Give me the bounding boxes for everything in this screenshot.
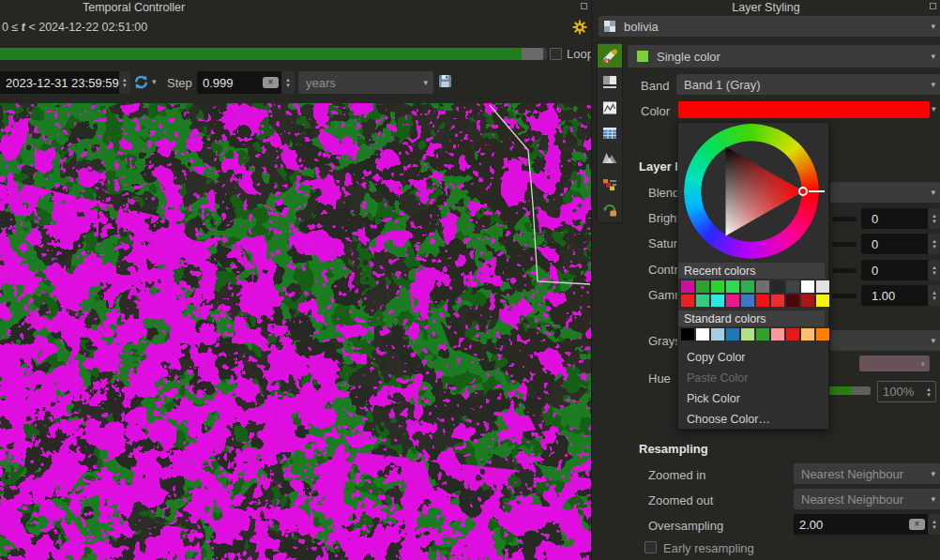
brightness-spinbox[interactable]: 0 ▴▾ bbox=[861, 208, 940, 229]
color-swatch[interactable] bbox=[801, 295, 814, 307]
tab-symbology[interactable] bbox=[598, 44, 622, 68]
renderer-combo[interactable]: Single color ▾ bbox=[628, 45, 940, 68]
oversampling-label: Oversampling bbox=[648, 519, 723, 533]
step-value: 0.999 bbox=[197, 76, 234, 90]
spinner[interactable]: ▴▾ bbox=[928, 514, 940, 535]
color-swatch[interactable] bbox=[756, 280, 769, 293]
datetime-spinner[interactable]: ▴▾ bbox=[119, 71, 130, 94]
tab-history[interactable] bbox=[598, 199, 622, 222]
color-swatch[interactable] bbox=[756, 295, 769, 307]
band-label: Band bbox=[641, 79, 669, 93]
temporal-slider-handle[interactable] bbox=[522, 48, 543, 60]
qgis-window: Temporal Controller 0 ≤ t < 2024-12-22 0… bbox=[0, 0, 940, 560]
color-button[interactable] bbox=[678, 101, 930, 118]
spinner[interactable]: ▴▾ bbox=[928, 285, 940, 306]
band-combo[interactable]: Band 1 (Gray) ▾ bbox=[676, 74, 940, 95]
color-swatch[interactable] bbox=[801, 280, 814, 293]
saturation-slider[interactable] bbox=[832, 242, 857, 247]
color-swatch[interactable] bbox=[681, 295, 694, 307]
color-swatch[interactable] bbox=[801, 328, 814, 341]
color-swatch[interactable] bbox=[741, 280, 754, 293]
spinner[interactable]: ▴▾ bbox=[928, 260, 940, 280]
color-swatch[interactable] bbox=[816, 328, 829, 341]
color-swatch[interactable] bbox=[786, 295, 799, 307]
gamma-spinbox[interactable]: 1.00 ▴▾ bbox=[861, 285, 940, 306]
styling-tab-column bbox=[597, 41, 623, 223]
color-swatch[interactable] bbox=[681, 328, 694, 341]
clear-step-icon[interactable]: × bbox=[263, 77, 279, 88]
temporal-settings-gear-icon[interactable] bbox=[572, 20, 587, 38]
color-swatch[interactable] bbox=[711, 328, 724, 341]
color-swatch[interactable] bbox=[726, 295, 739, 307]
color-swatch[interactable] bbox=[696, 328, 709, 341]
color-swatch[interactable] bbox=[771, 280, 784, 293]
refresh-icon[interactable] bbox=[133, 74, 149, 94]
color-caret-icon[interactable]: ▾ bbox=[932, 104, 936, 114]
menu-item-choose-color[interactable]: Choose Color… bbox=[678, 410, 828, 429]
dock-options-icon[interactable] bbox=[581, 3, 587, 9]
color-swatch[interactable] bbox=[786, 280, 799, 293]
zoomed-out-combo[interactable]: Nearest Neighbour ▾ bbox=[794, 489, 940, 509]
step-unit-combo[interactable]: years ▾ bbox=[298, 71, 433, 94]
band-value: Band 1 (Gray) bbox=[684, 78, 761, 92]
zoomed-in-combo[interactable]: Nearest Neighbour ▾ bbox=[794, 463, 940, 484]
tab-transparency[interactable] bbox=[598, 69, 622, 93]
loop-checkbox[interactable] bbox=[550, 48, 562, 60]
color-wheel-marker[interactable] bbox=[798, 187, 808, 196]
spinner[interactable]: ▴▾ bbox=[928, 208, 940, 229]
grayscale-combo[interactable]: ▾ bbox=[830, 330, 940, 351]
datetime-value: 2023-12-31 23:59:59 bbox=[0, 76, 119, 90]
color-swatch[interactable] bbox=[756, 328, 769, 341]
refresh-caret-icon[interactable]: ▾ bbox=[152, 77, 157, 86]
hue-strength-spinbox[interactable]: 100% ▴▾ bbox=[877, 381, 936, 402]
color-swatch[interactable] bbox=[771, 328, 784, 341]
color-wheel-marker-line bbox=[809, 190, 825, 192]
spinner[interactable]: ▴▾ bbox=[928, 234, 940, 254]
temporal-slider[interactable] bbox=[0, 48, 547, 60]
menu-item-pick-color[interactable]: Pick Color bbox=[678, 389, 828, 408]
menu-item-copy-color[interactable]: Copy Color bbox=[678, 348, 828, 367]
saturation-spinbox[interactable]: 0 ▴▾ bbox=[861, 234, 940, 254]
temporal-range-text: 0 ≤ t < 2024-12-22 02:51:00 bbox=[2, 21, 147, 34]
layer-selector-combo[interactable]: bolivia ▾ bbox=[599, 16, 940, 37]
spinner[interactable]: ▴▾ bbox=[922, 382, 935, 401]
color-swatch[interactable] bbox=[816, 295, 829, 307]
color-swatch[interactable] bbox=[696, 280, 709, 293]
color-swatch[interactable] bbox=[771, 295, 784, 307]
combo-caret-icon: ▾ bbox=[931, 188, 940, 197]
color-picker-popup: Recent colors Standard colors Copy Color… bbox=[677, 122, 829, 430]
color-label: Color bbox=[641, 104, 670, 118]
blending-mode-combo[interactable]: ▾ bbox=[830, 182, 940, 203]
color-swatch[interactable] bbox=[726, 280, 739, 293]
color-swatch[interactable] bbox=[711, 280, 724, 293]
save-icon[interactable] bbox=[438, 74, 452, 92]
panel-title: Temporal Controller bbox=[83, 1, 185, 14]
step-spinner[interactable]: ▴▾ bbox=[281, 71, 295, 94]
tab-pyramids[interactable] bbox=[598, 147, 622, 171]
current-datetime-input[interactable]: 2023-12-31 23:59:59 ▴▾ bbox=[0, 71, 130, 94]
step-value-input[interactable]: 0.999 × ▴▾ bbox=[197, 71, 295, 94]
dock-options-icon[interactable] bbox=[930, 3, 936, 9]
hue-color-button[interactable]: ▾ bbox=[859, 356, 930, 371]
step-unit-value: years bbox=[306, 76, 336, 90]
legend-icon bbox=[601, 176, 618, 193]
color-swatch[interactable] bbox=[741, 295, 754, 307]
color-swatch[interactable] bbox=[726, 328, 739, 341]
oversampling-input[interactable]: 2.00 × ▴▾ bbox=[794, 514, 940, 535]
color-swatch[interactable] bbox=[816, 280, 829, 293]
contrast-spinbox[interactable]: 0 ▴▾ bbox=[861, 260, 940, 280]
early-resampling-checkbox[interactable] bbox=[644, 541, 657, 553]
tab-metadata[interactable] bbox=[598, 121, 622, 144]
brightness-slider[interactable] bbox=[832, 217, 857, 221]
tab-histogram[interactable] bbox=[598, 96, 622, 119]
tab-legend[interactable] bbox=[598, 173, 622, 196]
color-swatch[interactable] bbox=[741, 328, 754, 341]
map-canvas[interactable] bbox=[0, 103, 591, 560]
clear-oversampling-icon[interactable]: × bbox=[909, 519, 925, 530]
color-swatch[interactable] bbox=[711, 295, 724, 307]
gamma-slider[interactable] bbox=[832, 294, 857, 298]
contrast-slider[interactable] bbox=[832, 268, 857, 273]
color-swatch[interactable] bbox=[786, 328, 799, 341]
color-swatch[interactable] bbox=[696, 295, 709, 307]
color-swatch[interactable] bbox=[681, 280, 694, 293]
